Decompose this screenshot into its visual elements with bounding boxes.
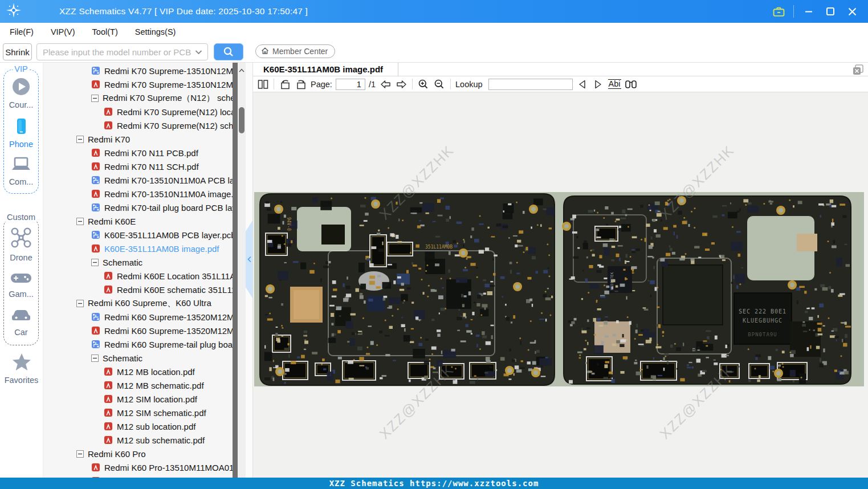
pdf-icon [104,285,113,294]
tree-item[interactable]: M12 SIM schematic.pdf [43,406,233,419]
tree-item[interactable]: Schematic [43,351,233,365]
menu-item-tool[interactable]: Tool(T) [84,23,127,42]
menu-item-file[interactable]: File(F) [1,23,42,42]
tree-item[interactable]: K60E-351L11AM0B PCB layer.pcb [43,228,233,242]
sidebar-item-gam[interactable]: Gam... [9,271,34,299]
tab-document[interactable]: K60E-351L11AM0B image.pdf [253,63,398,76]
tree-item[interactable]: Redmi K60 Supreme、K60 Ultra [43,296,233,310]
tree-item[interactable]: Redmi K60 Pro-13510M11MOA01 [43,474,233,478]
tree-item[interactable]: Redmi K60 Supreme-13520M12M0 [43,324,233,337]
document-canvas[interactable]: 351L11AM0B 94V-0 [253,92,868,478]
collapse-minus-icon[interactable] [76,136,84,143]
close-tab-icon[interactable] [853,64,863,78]
main-area: VIP Cour...PhoneCom... Custom DroneGam..… [0,63,868,478]
tree-item[interactable]: Redmi K70 Supreme-13510N12M0 [43,64,233,78]
sidebar-item-com[interactable]: Com... [9,155,34,186]
sidebar-item-drone[interactable]: Drone [10,226,32,262]
tree-item[interactable]: Redmi K60 Supreme-tail plug boar [43,337,233,351]
chevron-down-icon[interactable] [195,47,202,57]
collapse-minus-icon[interactable] [91,95,99,102]
tree-item[interactable]: M12 sub location.pdf [43,419,233,433]
maximize-button[interactable] [824,5,837,18]
tree-item[interactable]: Redmi K70 [43,132,233,146]
lookup-input[interactable] [488,79,573,90]
tree-item[interactable]: Redmi K70 Supreme(N12) locat [43,105,233,119]
scroll-up-icon[interactable] [238,65,245,75]
collapse-minus-icon[interactable] [76,300,84,307]
tree-item[interactable]: K60E-351L11AM0B image.pdf [43,242,233,255]
minimize-button[interactable] [802,5,816,18]
rotate-left-icon[interactable] [279,78,291,91]
tree-item[interactable]: M12 MB schematic.pdf [43,378,233,392]
tree-item[interactable]: Redmi K70 N11 PCB.pdf [43,146,233,160]
collapse-minus-icon[interactable] [91,259,99,266]
next-page-icon[interactable] [395,78,407,91]
favorites-label: Favorites [5,376,39,385]
menu-item-vip[interactable]: VIP(V) [42,23,84,42]
zoom-out-icon[interactable] [433,78,446,91]
svg-text:BPN0TA9U: BPN0TA9U [748,332,777,337]
tree-item[interactable]: Redmi K60E schematic 351L11A [43,283,233,296]
tree-item[interactable]: Redmi K70-tail plug board PCB lay [43,201,233,214]
sidebar-item-label: Com... [9,177,34,186]
sidebar-item-phone[interactable]: Phone [9,116,33,149]
pdf-icon [91,463,100,472]
tree-item[interactable]: M12 sub schematic.pdf [43,433,233,447]
tree-item[interactable]: M12 MB location.pdf [43,365,233,378]
search-input[interactable] [37,47,195,57]
tree-item[interactable]: Redmi K60 Pro [43,447,233,461]
binoculars-icon[interactable] [625,78,637,91]
tree-item[interactable]: M12 SIM location.pdf [43,392,233,406]
model-search-combobox[interactable] [36,43,208,60]
collapse-minus-icon[interactable] [91,354,99,362]
tree-item[interactable]: Redmi K70 Supreme（N12） scher [43,91,233,105]
two-page-view-icon[interactable] [256,78,269,91]
tree-item[interactable]: Schematic [43,255,233,269]
tree-scrollbar[interactable] [238,63,246,478]
member-center-button[interactable]: Member Center [255,44,335,58]
shrink-button[interactable]: Shrink [3,43,32,60]
tree-item[interactable]: Redmi K70-13510N11M0A PCB lay [43,173,233,187]
pcb-icon [91,312,100,321]
tree-item[interactable]: Redmi K70-13510N11M0A image.p [43,187,233,201]
search-button[interactable] [214,43,243,60]
tree-item-label: Redmi K70-tail plug board PCB lay [104,203,233,213]
tree-item-label: Schematic [103,258,142,267]
tree-item[interactable]: Redmi K70 N11 SCH.pdf [43,160,233,173]
tree-splitter[interactable] [233,63,238,478]
tree-item-label: Redmi K70-13510N11M0A PCB lay [104,176,233,185]
collapse-minus-icon[interactable] [76,450,84,458]
tree-item[interactable]: Redmi K60 Supreme-13520M12M0 [43,310,233,324]
tree-item[interactable]: Redmi K70 Supreme(N12) scher [43,119,233,132]
svg-text:94V-0: 94V-0 [286,217,291,231]
tree-item[interactable]: Redmi K60E Location 351L11AM [43,269,233,283]
tree-item-label: Redmi K60 Supreme-13520M12M0 [104,326,233,336]
pcb-icon [91,230,100,239]
tree-scrollbar-thumb[interactable] [239,107,244,133]
find-next-icon[interactable] [592,78,605,91]
sidebar-item-car[interactable]: Car [10,307,32,337]
tree-item[interactable]: Redmi K70 Supreme-13510N12M0 [43,78,233,91]
find-prev-icon[interactable] [576,78,589,91]
license-briefcase-icon[interactable] [772,5,785,18]
match-case-icon[interactable]: Abi [608,79,621,89]
pdf-icon [91,476,100,478]
tree-item-label: Redmi K70 Supreme(N12) locat [117,107,233,117]
tree-item[interactable]: Redmi K60E [43,214,233,228]
collapse-panel-handle[interactable] [246,221,252,298]
collapse-minus-icon[interactable] [76,218,84,225]
rotate-right-icon[interactable] [295,78,307,91]
prev-page-icon[interactable] [379,78,392,91]
sidebar-item-favorites[interactable]: Favorites [0,352,43,385]
close-button[interactable] [845,5,859,18]
vip-group: VIP Cour...PhoneCom... [3,70,39,194]
custom-group: Custom DroneGam...Car [3,218,39,345]
sidebar-item-cour[interactable]: Cour... [9,77,34,109]
zoom-in-icon[interactable] [417,78,430,91]
status-text: XZZ Schematics https://www.xzztools.com [329,479,539,488]
pdf-icon [91,148,100,157]
page-number-input[interactable] [336,79,365,90]
file-tree: Redmi K70 Supreme-13510N12M0Redmi K70 Su… [43,63,233,478]
menu-item-settings[interactable]: Settings(S) [127,23,185,42]
tree-item[interactable]: Redmi K60 Pro-13510M11MOA01 [43,461,233,474]
